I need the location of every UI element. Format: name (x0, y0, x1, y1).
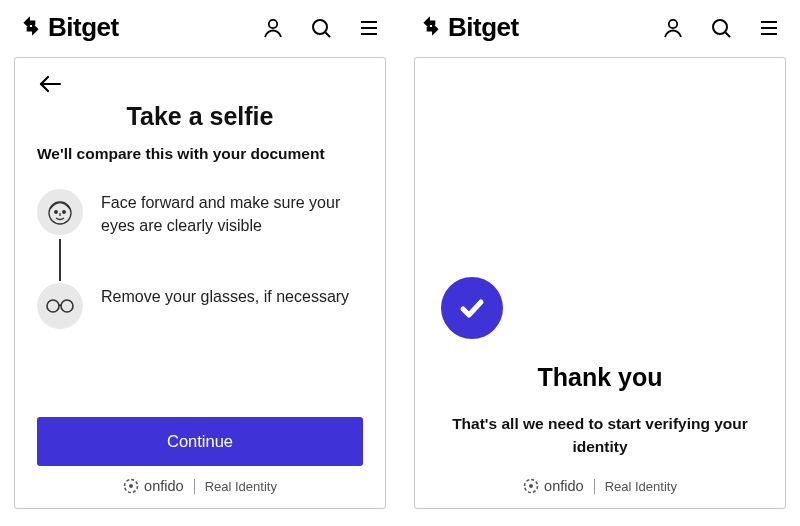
svg-point-1 (313, 20, 327, 34)
footer-divider (594, 479, 595, 494)
onfido-logo-icon (123, 478, 139, 494)
provider-tagline: Real Identity (605, 479, 677, 494)
provider-name: onfido (544, 478, 584, 494)
brand-arrows-icon (18, 13, 44, 43)
top-actions (260, 15, 382, 41)
svg-point-12 (61, 300, 73, 312)
tip-text: Remove your glasses, if necessary (101, 283, 349, 308)
svg-point-8 (55, 211, 58, 214)
svg-point-22 (529, 484, 533, 488)
top-actions (660, 15, 782, 41)
brand-name: Bitget (48, 12, 119, 43)
svg-point-0 (269, 19, 277, 27)
svg-point-14 (129, 484, 133, 488)
tips-list: Face forward and make sure your eyes are… (37, 189, 363, 411)
panel-footer: onfido Real Identity (437, 478, 763, 494)
panel-subtitle: We'll compare this with your document (37, 145, 363, 163)
glasses-icon (37, 283, 83, 329)
panel-footer: onfido Real Identity (37, 478, 363, 494)
svg-point-11 (47, 300, 59, 312)
thank-you-body: Thank you That's all we need to start ve… (437, 76, 763, 466)
menu-icon[interactable] (356, 15, 382, 41)
back-button[interactable] (37, 74, 65, 96)
brand-logo[interactable]: Bitget (418, 12, 519, 43)
svg-point-15 (669, 19, 677, 27)
account-icon[interactable] (660, 15, 686, 41)
provider-tagline: Real Identity (205, 479, 277, 494)
svg-line-2 (326, 32, 331, 37)
tip-text: Face forward and make sure your eyes are… (101, 189, 363, 237)
onfido-logo-icon (523, 478, 539, 494)
face-icon (37, 189, 83, 235)
verification-panel: Take a selfie We'll compare this with yo… (14, 57, 386, 509)
success-check-icon (441, 277, 503, 339)
svg-point-9 (63, 211, 66, 214)
brand-name: Bitget (448, 12, 519, 43)
brand-logo[interactable]: Bitget (18, 12, 119, 43)
screen-thank-you: Bitget (400, 0, 800, 526)
menu-icon[interactable] (756, 15, 782, 41)
panel-title: Take a selfie (37, 102, 363, 131)
tip-row: Remove your glasses, if necessary (37, 283, 363, 329)
tip-row: Face forward and make sure your eyes are… (37, 189, 363, 237)
provider-name: onfido (144, 478, 184, 494)
search-icon[interactable] (708, 15, 734, 41)
topbar: Bitget (0, 0, 400, 51)
brand-arrows-icon (418, 13, 444, 43)
screen-selfie-instructions: Bitget (0, 0, 400, 526)
panel-title: Thank you (437, 363, 763, 392)
tip-connector (59, 239, 61, 281)
footer-divider (194, 479, 195, 494)
topbar: Bitget (400, 0, 800, 51)
provider-brand: onfido (523, 478, 584, 494)
panel-subtitle: That's all we need to start verifying yo… (437, 412, 763, 459)
account-icon[interactable] (260, 15, 286, 41)
search-icon[interactable] (308, 15, 334, 41)
provider-brand: onfido (123, 478, 184, 494)
continue-button[interactable]: Continue (37, 417, 363, 466)
verification-panel: Thank you That's all we need to start ve… (414, 57, 786, 509)
svg-point-16 (713, 20, 727, 34)
svg-line-17 (726, 32, 731, 37)
